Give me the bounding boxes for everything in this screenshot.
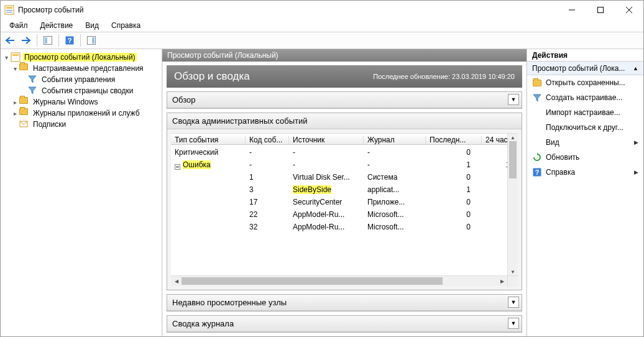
scrollbar-thumb[interactable] xyxy=(182,277,443,285)
panel-header[interactable]: Сводка журнала ▼ xyxy=(167,316,522,332)
table-row[interactable]: Ошибка---115 xyxy=(171,159,507,171)
scroll-left-icon[interactable]: ◀ xyxy=(171,276,182,287)
help-button[interactable]: ? xyxy=(63,34,76,47)
grid-cell: 2 xyxy=(482,185,507,194)
action-import-custom[interactable]: Импорт настраивае... xyxy=(527,105,643,120)
action-help[interactable]: ? Справка ▶ xyxy=(527,165,643,180)
col-type[interactable]: Тип события xyxy=(171,136,246,145)
svg-rect-15 xyxy=(12,54,19,56)
panel-title: Недавно просмотренные узлы xyxy=(172,298,287,307)
menu-action[interactable]: Действие xyxy=(35,20,78,31)
minimize-button[interactable] xyxy=(558,1,586,19)
center-header: Просмотр событий (Локальный) xyxy=(162,49,527,62)
grid-cell: 0 xyxy=(426,223,482,231)
tree-subscriptions[interactable]: Подписки xyxy=(2,119,160,130)
tree-summary-events[interactable]: События страницы сводки xyxy=(2,85,160,96)
refresh-icon xyxy=(532,152,542,162)
action-view[interactable]: Вид ▶ xyxy=(527,135,643,150)
grid-cell: AppModel-Ru... xyxy=(289,210,364,219)
col-last[interactable]: Последн... xyxy=(426,136,482,145)
grid-cell: 0 xyxy=(426,173,482,182)
show-tree-button[interactable] xyxy=(41,34,55,47)
menubar: Файл Действие Вид Справка xyxy=(1,19,643,32)
grid-cell: 0 xyxy=(482,223,507,231)
action-refresh[interactable]: Обновить xyxy=(527,150,643,165)
actions-section-header[interactable]: Просмотр событий (Лока... ▲ xyxy=(527,62,643,75)
table-row[interactable]: 22AppModel-Ru...Microsoft...00 xyxy=(171,208,507,221)
menu-help[interactable]: Справка xyxy=(106,20,145,31)
table-row[interactable]: 1Virtual Disk Ser...Система00 xyxy=(171,171,507,183)
toolbar-separator xyxy=(80,34,81,47)
grid-cell: Приложе... xyxy=(364,198,426,206)
tree-app-logs[interactable]: ▸ Журналы приложений и служб xyxy=(2,108,160,119)
show-actions-button[interactable] xyxy=(85,34,98,47)
col-log[interactable]: Журнал xyxy=(364,136,426,145)
svg-rect-1 xyxy=(6,7,12,9)
help-icon: ? xyxy=(532,167,542,177)
table-row[interactable]: 17SecurityCenterПриложе...00 xyxy=(171,196,507,208)
table-row[interactable]: Критический---00 xyxy=(171,146,507,159)
tree-windows-logs[interactable]: ▸ Журналы Windows xyxy=(2,96,160,108)
tree-root[interactable]: ▾ Просмотр событий (Локальный) xyxy=(2,52,160,63)
blank-icon xyxy=(532,108,542,118)
tree-label: Журналы приложений и служб xyxy=(32,109,141,118)
chevron-up-icon[interactable]: ▲ xyxy=(633,65,638,72)
scroll-right-icon[interactable]: ▶ xyxy=(497,276,507,287)
table-row[interactable]: 3SideBySideapplicat...12 xyxy=(171,183,507,196)
toolbar-separator xyxy=(37,34,37,47)
panel-header[interactable]: Недавно просмотренные узлы ▼ xyxy=(167,295,522,311)
table-row[interactable]: 32AppModel-Ru...Microsoft...00 xyxy=(171,221,507,233)
scroll-down-icon[interactable]: ▼ xyxy=(508,268,518,275)
actions-pane: Действия Просмотр событий (Лока... ▲ Отк… xyxy=(527,49,643,336)
scroll-up-icon[interactable]: ▲ xyxy=(508,134,518,141)
collapse-icon[interactable]: ▾ xyxy=(11,65,19,72)
titlebar: Просмотр событий xyxy=(1,1,643,19)
action-open-saved[interactable]: Открыть сохраненны... xyxy=(527,75,643,90)
collapse-icon[interactable]: ▾ xyxy=(2,54,11,61)
tree-label: Подписки xyxy=(32,120,67,129)
blank-icon xyxy=(532,122,542,132)
svg-rect-3 xyxy=(6,12,12,12)
col-code[interactable]: Код соб... xyxy=(246,136,289,145)
subscriptions-icon xyxy=(19,119,29,129)
chevron-down-icon[interactable]: ▼ xyxy=(508,297,519,308)
center-pane: Просмотр событий (Локальный) Обзор и сво… xyxy=(162,49,527,336)
grid-cell: 32 xyxy=(246,223,289,231)
grid-cell: 0 xyxy=(426,198,482,206)
grid-cell: 0 xyxy=(482,210,507,219)
action-create-custom[interactable]: Создать настраивае... xyxy=(527,90,643,105)
window-title: Просмотр событий xyxy=(18,6,558,14)
events-grid: Тип события Код соб... Источник Журнал П… xyxy=(171,133,518,286)
chevron-down-icon[interactable]: ▼ xyxy=(508,318,519,329)
folder-open-icon xyxy=(532,78,542,88)
expand-icon[interactable]: ▸ xyxy=(11,99,19,106)
back-button[interactable] xyxy=(3,34,17,47)
panel-header[interactable]: Обзор ▼ xyxy=(167,92,522,108)
expand-icon[interactable]: ▸ xyxy=(11,110,19,117)
folder-icon xyxy=(19,108,29,118)
filter-icon xyxy=(532,93,542,103)
tree-label: Просмотр событий (Локальный) xyxy=(23,53,137,62)
grid-cell: AppModel-Ru... xyxy=(289,223,364,231)
horizontal-scrollbar[interactable]: ◀ ▶ xyxy=(171,275,518,286)
close-button[interactable] xyxy=(615,1,643,19)
grid-cell: - xyxy=(364,160,426,169)
panel-header[interactable]: Сводка административных событий xyxy=(167,113,522,129)
action-connect[interactable]: Подключиться к друг... xyxy=(527,120,643,135)
menu-view[interactable]: Вид xyxy=(80,20,104,31)
last-update: Последнее обновление: 23.03.2019 10:49:2… xyxy=(373,73,515,80)
vertical-scrollbar[interactable]: ▲ ▼ xyxy=(507,134,518,275)
tree-admin-events[interactable]: События управления xyxy=(2,74,160,85)
col-source[interactable]: Источник xyxy=(289,136,364,145)
filter-icon xyxy=(28,75,38,85)
scrollbar-thumb[interactable] xyxy=(509,141,517,178)
action-label: Открыть сохраненны... xyxy=(546,78,625,87)
nav-tree[interactable]: ▾ Просмотр событий (Локальный) ▾ Настраи… xyxy=(1,49,162,336)
collapse-icon[interactable] xyxy=(175,164,180,170)
maximize-button[interactable] xyxy=(586,1,615,19)
forward-button[interactable] xyxy=(19,34,33,47)
col-24h[interactable]: 24 часа xyxy=(482,136,507,145)
chevron-down-icon[interactable]: ▼ xyxy=(508,94,519,105)
tree-custom-views[interactable]: ▾ Настраиваемые представления xyxy=(2,63,160,74)
menu-file[interactable]: Файл xyxy=(4,20,33,31)
